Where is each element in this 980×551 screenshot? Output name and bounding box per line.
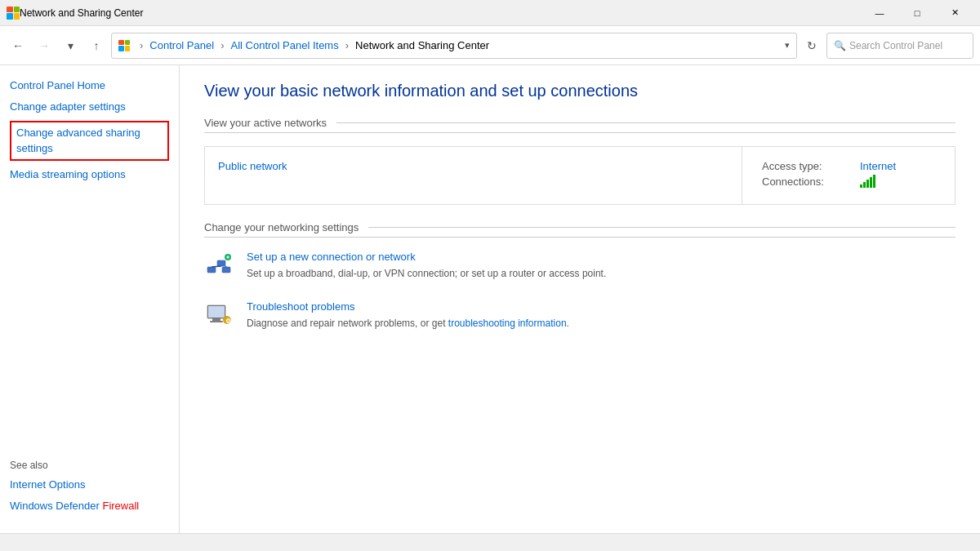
window-title: Network and Sharing Center — [20, 7, 861, 19]
troubleshooting-link[interactable]: troubleshooting information — [448, 318, 567, 329]
content-area: View your basic network information and … — [180, 65, 980, 533]
breadcrumb-all-items[interactable]: All Control Panel Items — [230, 39, 338, 51]
access-type-value: Internet — [860, 160, 896, 172]
network-left: Public network — [205, 147, 742, 204]
change-settings-label: Change your networking settings — [204, 221, 359, 233]
svg-rect-0 — [207, 267, 216, 273]
sidebar-item-media-streaming[interactable]: Media streaming options — [10, 167, 169, 182]
page-title: View your basic network information and … — [204, 82, 956, 100]
minimize-button[interactable]: — — [861, 0, 898, 26]
window-controls: — □ ✕ — [861, 0, 973, 26]
troubleshoot-text: Troubleshoot problems Diagnose and repai… — [247, 300, 569, 331]
troubleshoot-desc: Diagnose and repair network problems, or… — [247, 316, 569, 331]
network-name-link[interactable]: Public — [218, 160, 247, 172]
new-connection-desc: Set up a broadband, dial-up, or VPN conn… — [247, 266, 606, 281]
addressbar: ← → ▾ ↑ › Control Panel › All Control Pa… — [0, 26, 980, 65]
new-connection-svg — [206, 252, 232, 278]
svg-rect-10 — [212, 318, 220, 321]
new-connection-item: Set up a new connection or network Set u… — [204, 251, 956, 281]
svg-text:⚙: ⚙ — [225, 318, 231, 325]
access-type-label: Access type: — [762, 160, 860, 172]
svg-rect-1 — [217, 260, 225, 266]
back-button[interactable]: ← — [7, 34, 29, 57]
new-connection-text: Set up a new connection or network Set u… — [247, 251, 606, 281]
breadcrumb-sep3: › — [345, 39, 349, 51]
app-icon — [7, 7, 20, 20]
troubleshoot-item: ⚙ Troubleshoot problems Diagnose and rep… — [204, 300, 956, 331]
signal-bars-icon — [860, 176, 875, 188]
sidebar: Control Panel Home Change adapter settin… — [0, 65, 180, 533]
main-layout: Control Panel Home Change adapter settin… — [0, 65, 980, 533]
network-card: Public network Access type: Internet Con… — [204, 146, 956, 205]
network-right: Access type: Internet Connections: — [742, 147, 955, 204]
up-button[interactable]: ↑ — [85, 34, 108, 57]
connections-row: Connections: — [762, 176, 935, 188]
sidebar-item-home[interactable]: Control Panel Home — [10, 78, 169, 93]
new-connection-icon — [204, 251, 234, 280]
titlebar: Network and Sharing Center — □ ✕ — [0, 0, 980, 26]
sidebar-item-adapter[interactable]: Change adapter settings — [10, 100, 169, 114]
network-name-suffix: network — [250, 160, 287, 172]
sidebar-item-windows-defender[interactable]: Windows Defender Firewall — [10, 499, 169, 513]
refresh-button[interactable]: ↻ — [800, 34, 823, 57]
search-icon: 🔍 — [834, 40, 846, 51]
active-networks-label: View your active networks — [204, 117, 327, 129]
svg-rect-2 — [222, 267, 230, 273]
search-box[interactable]: 🔍 Search Control Panel — [826, 33, 973, 59]
svg-rect-11 — [210, 321, 223, 322]
recent-locations-button[interactable]: ▾ — [59, 34, 82, 57]
address-box[interactable]: › Control Panel › All Control Panel Item… — [111, 33, 797, 59]
sidebar-item-internet-options[interactable]: Internet Options — [10, 478, 169, 492]
breadcrumb-windows-icon — [118, 40, 130, 51]
troubleshoot-icon: ⚙ — [204, 300, 234, 330]
breadcrumb-sep1: › — [140, 39, 143, 51]
svg-line-3 — [212, 266, 221, 267]
new-connection-link[interactable]: Set up a new connection or network — [247, 251, 606, 263]
maximize-button[interactable]: □ — [898, 0, 936, 26]
see-also-title: See also — [10, 460, 169, 471]
address-dropdown-icon[interactable]: ▾ — [785, 40, 790, 51]
troubleshoot-svg: ⚙ — [206, 302, 232, 328]
forward-button[interactable]: → — [33, 34, 56, 57]
sidebar-item-advanced-sharing[interactable]: Change advanced sharing settings — [16, 126, 163, 155]
access-type-row: Access type: Internet — [762, 160, 935, 172]
statusbar — [0, 533, 980, 551]
troubleshoot-link[interactable]: Troubleshoot problems — [247, 300, 569, 313]
svg-rect-9 — [208, 306, 225, 318]
firewall-label: Firewall — [102, 500, 139, 512]
breadcrumb-control-panel[interactable]: Control Panel — [149, 39, 214, 51]
sidebar-highlighted-box: Change advanced sharing settings — [10, 121, 169, 160]
connections-label: Connections: — [762, 176, 860, 188]
svg-line-4 — [225, 266, 226, 267]
change-settings-header: Change your networking settings — [204, 221, 956, 238]
breadcrumb-sep2: › — [220, 39, 224, 51]
network-name: Public network — [218, 160, 728, 172]
search-placeholder: Search Control Panel — [849, 40, 942, 51]
active-networks-header: View your active networks — [204, 117, 956, 133]
close-button[interactable]: ✕ — [936, 0, 973, 26]
breadcrumb-current: Network and Sharing Center — [355, 39, 489, 51]
connections-value[interactable] — [860, 176, 875, 188]
